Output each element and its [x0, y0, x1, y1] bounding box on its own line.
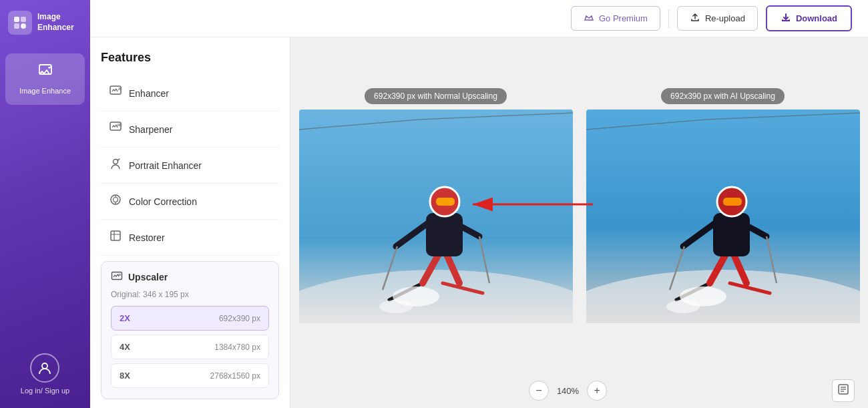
- svg-rect-31: [436, 198, 455, 206]
- notes-icon: [837, 383, 849, 398]
- scale-4x-size: 1384x780 px: [214, 343, 260, 352]
- right-image-label: 692x390 px with AI Upscaling: [661, 88, 785, 104]
- main-area: Go Premium Re-upload Download: [90, 0, 868, 408]
- svg-rect-24: [426, 213, 463, 256]
- canvas-area: 692x390 px with Normal Upscaling: [290, 37, 868, 408]
- feature-item-portrait-enhancer[interactable]: Portrait Enhancer: [101, 148, 279, 184]
- sharpener-label: Sharpener: [129, 124, 172, 135]
- left-image-label: 692x390 px with Normal Upscaling: [365, 88, 507, 104]
- features-panel: Features AI Enhancer HD: [90, 37, 290, 408]
- reupload-label: Re-upload: [705, 13, 745, 23]
- feature-item-enhancer[interactable]: AI Enhancer: [101, 75, 279, 112]
- right-image-container: [586, 110, 860, 323]
- download-label: Download: [796, 13, 837, 23]
- feature-item-sharpener[interactable]: HD Sharpener: [101, 112, 279, 148]
- sidebar-footer: Log in/ Sign up: [15, 340, 75, 408]
- scale-option-8x[interactable]: 8X 2768x1560 px: [111, 363, 269, 388]
- svg-text:AI: AI: [118, 87, 122, 91]
- premium-icon: [584, 12, 594, 25]
- reupload-icon: [690, 12, 700, 25]
- sharpener-icon: HD: [109, 121, 122, 138]
- zoom-out-icon: −: [535, 385, 541, 397]
- svg-point-33: [379, 300, 413, 313]
- scale-option-2x[interactable]: 2X 692x390 px: [111, 306, 269, 331]
- go-premium-label: Go Premium: [599, 13, 648, 23]
- left-image-container: [299, 110, 573, 323]
- sidebar: Image Enhancer Image Enhance Log in/ Sig…: [0, 0, 90, 408]
- canvas-bottom: − 140% +: [290, 373, 868, 408]
- scale-option-4x[interactable]: 4X 1384x780 px: [111, 335, 269, 359]
- download-button[interactable]: Download: [766, 5, 852, 31]
- zoom-in-icon: +: [594, 385, 600, 397]
- svg-point-5: [42, 363, 47, 369]
- upscaler-header: AI Upscaler: [111, 271, 269, 283]
- zoom-out-button[interactable]: −: [529, 381, 549, 401]
- portrait-enhancer-icon: [109, 157, 122, 174]
- restorer-label: Restorer: [129, 232, 165, 243]
- svg-point-52: [666, 300, 700, 313]
- body-row: Features AI Enhancer HD: [90, 37, 868, 408]
- svg-point-3: [21, 23, 26, 29]
- scale-2x-size: 692x390 px: [219, 314, 260, 323]
- logo-area: Image Enhancer: [0, 0, 90, 45]
- header-divider: [668, 9, 669, 28]
- color-correction-label: Color Correction: [129, 196, 197, 207]
- feature-item-color-correction[interactable]: Color Correction: [101, 184, 279, 220]
- go-premium-button[interactable]: Go Premium: [571, 6, 660, 31]
- login-label[interactable]: Log in/ Sign up: [21, 387, 69, 395]
- download-icon: [781, 12, 791, 25]
- svg-rect-1: [21, 17, 26, 22]
- header: Go Premium Re-upload Download: [90, 0, 868, 37]
- upscaler-card: AI Upscaler Original: 346 x 195 px 2X 69…: [101, 261, 279, 399]
- enhancer-icon: AI: [109, 85, 122, 101]
- logo-icon: [8, 11, 32, 35]
- avatar[interactable]: [30, 353, 59, 383]
- scale-4x-label: 4X: [120, 342, 130, 352]
- portrait-enhancer-label: Portrait Enhancer: [129, 160, 202, 171]
- notes-button[interactable]: [832, 379, 855, 402]
- scale-2x-label: 2X: [120, 313, 130, 323]
- zoom-in-button[interactable]: +: [587, 381, 607, 401]
- svg-rect-0: [14, 17, 19, 22]
- svg-rect-15: [111, 231, 120, 240]
- svg-text:AI: AI: [118, 273, 121, 276]
- zoom-controls: − 140% +: [529, 381, 607, 401]
- left-image-col: 692x390 px with Normal Upscaling: [299, 88, 573, 323]
- sidebar-item-image-enhance[interactable]: Image Enhance: [5, 53, 85, 105]
- svg-point-12: [114, 198, 118, 202]
- scale-8x-size: 2768x1560 px: [210, 371, 260, 381]
- right-image-col: 692x390 px with AI Upscaling: [586, 88, 860, 323]
- logo-text: Image Enhancer: [37, 12, 74, 33]
- svg-point-10: [114, 160, 118, 164]
- restorer-icon: [109, 229, 122, 246]
- original-size: Original: 346 x 195 px: [111, 290, 269, 299]
- svg-rect-43: [713, 213, 750, 256]
- enhancer-label: Enhancer: [129, 88, 169, 99]
- reupload-button[interactable]: Re-upload: [677, 6, 758, 31]
- scale-8x-label: 8X: [120, 371, 130, 381]
- svg-rect-50: [723, 198, 742, 206]
- upscaler-label: Upscaler: [128, 272, 168, 282]
- svg-rect-2: [14, 23, 19, 29]
- color-correction-icon: [109, 193, 122, 210]
- feature-item-restorer[interactable]: Restorer: [101, 220, 279, 256]
- svg-text:HD: HD: [118, 124, 122, 127]
- canvas-inner: 692x390 px with Normal Upscaling: [290, 37, 868, 373]
- image-enhance-icon: [37, 63, 53, 82]
- sidebar-nav: Image Enhance: [0, 45, 90, 340]
- features-title: Features: [101, 51, 279, 65]
- zoom-level: 140%: [557, 386, 579, 396]
- sidebar-item-label-image-enhance: Image Enhance: [19, 86, 71, 95]
